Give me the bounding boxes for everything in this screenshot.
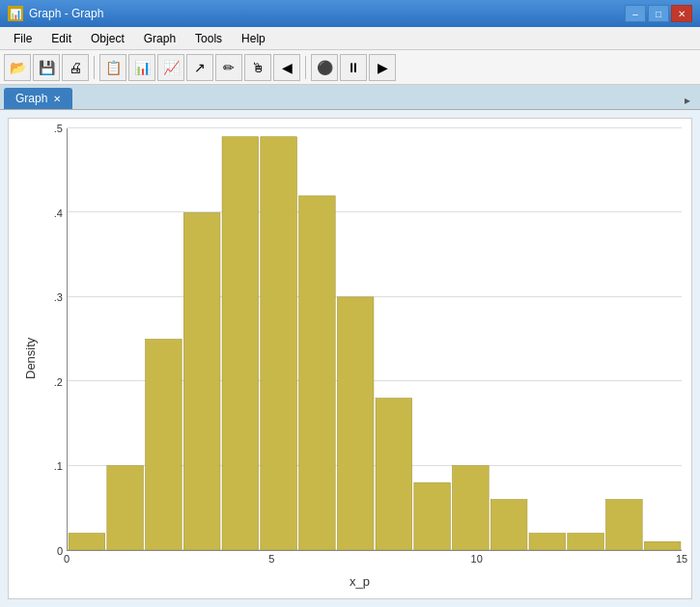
minimize-button[interactable]: –: [625, 5, 646, 22]
x-tick-5: 5: [268, 553, 274, 565]
y-axis-label: Density: [18, 128, 38, 589]
bars-svg: [68, 128, 682, 550]
y-tick-4: .4: [54, 207, 63, 219]
chart-outer: Density 0 .1 .2 .3 .4: [8, 118, 692, 599]
y-tick-2: .2: [54, 376, 63, 388]
menu-help[interactable]: Help: [232, 30, 275, 47]
window-title: Graph - Graph: [29, 7, 625, 20]
toolbar-sep-1: [94, 56, 95, 79]
y-tick-0: 0: [57, 545, 63, 557]
tab-scroll[interactable]: ▸: [679, 92, 696, 109]
y-tick-1: .1: [54, 460, 63, 472]
toolbar-sep-2: [305, 56, 306, 79]
menu-object[interactable]: Object: [81, 30, 134, 47]
svg-rect-6: [299, 196, 336, 550]
x-ticks-container: 0 5 10 15: [67, 553, 682, 570]
x-tick-10: 10: [471, 553, 483, 565]
title-bar: 📊 Graph - Graph – □ ✕: [0, 0, 700, 27]
plot-area: [67, 128, 682, 551]
toolbar-save[interactable]: 💾: [33, 54, 60, 81]
toolbar-record[interactable]: ⚫: [311, 54, 338, 81]
x-axis-label: x_p: [38, 574, 682, 589]
toolbar-open[interactable]: 📂: [4, 54, 31, 81]
toolbar-print[interactable]: 🖨: [62, 54, 89, 81]
y-tick-labels: 0 .1 .2 .3 .4 .5: [38, 128, 67, 551]
toolbar-line[interactable]: 📈: [157, 54, 184, 81]
menu-graph[interactable]: Graph: [134, 30, 185, 47]
y-tick-3: .3: [54, 291, 63, 303]
svg-rect-13: [568, 534, 604, 550]
maximize-button[interactable]: □: [648, 5, 669, 22]
menu-tools[interactable]: Tools: [185, 30, 232, 47]
tab-graph-close[interactable]: ✕: [53, 94, 61, 104]
x-tick-0: 0: [64, 553, 70, 565]
window-controls: – □ ✕: [625, 5, 692, 22]
menu-bar: File Edit Object Graph Tools Help: [0, 27, 700, 50]
svg-rect-11: [490, 500, 527, 550]
toolbar-play[interactable]: ▶: [369, 54, 396, 81]
svg-rect-1: [107, 466, 144, 550]
tab-graph[interactable]: Graph ✕: [4, 88, 72, 109]
svg-rect-12: [529, 534, 566, 550]
tab-bar: Graph ✕ ▸: [0, 85, 700, 110]
chart-container: Density 0 .1 .2 .3 .4: [0, 110, 700, 607]
toolbar-copy[interactable]: 📋: [99, 54, 126, 81]
svg-rect-9: [414, 483, 451, 550]
y-tick-5: .5: [54, 123, 63, 134]
chart-inner: Density 0 .1 .2 .3 .4: [18, 128, 682, 589]
svg-rect-2: [146, 340, 182, 551]
toolbar-tool4[interactable]: ◀: [273, 54, 300, 81]
toolbar: 📂 💾 🖨 📋 📊 📈 ↗ ✏ 🖱 ◀ ⚫ ⏸ ▶: [0, 50, 700, 85]
toolbar-tool2[interactable]: ✏: [215, 54, 242, 81]
svg-rect-5: [261, 137, 297, 550]
chart-with-yaxis: Density 0 .1 .2 .3 .4: [18, 128, 682, 589]
tab-graph-label: Graph: [15, 92, 47, 105]
x-tick-15: 15: [676, 553, 687, 565]
svg-rect-8: [376, 399, 412, 550]
x-tick-row: 0 5 10 15: [67, 553, 682, 570]
toolbar-tool3[interactable]: 🖱: [244, 54, 271, 81]
svg-rect-3: [183, 212, 220, 550]
menu-file[interactable]: File: [4, 30, 42, 47]
svg-rect-10: [453, 466, 490, 550]
svg-rect-4: [222, 137, 259, 550]
svg-rect-15: [644, 541, 681, 550]
svg-rect-0: [69, 534, 105, 550]
svg-rect-7: [337, 297, 374, 550]
menu-edit[interactable]: Edit: [42, 30, 81, 47]
svg-rect-14: [606, 500, 643, 550]
toolbar-pause[interactable]: ⏸: [340, 54, 367, 81]
toolbar-chart[interactable]: 📊: [128, 54, 155, 81]
app-icon: 📊: [8, 6, 23, 21]
toolbar-tool1[interactable]: ↗: [186, 54, 213, 81]
main-content: Density 0 .1 .2 .3 .4: [0, 110, 700, 607]
close-button[interactable]: ✕: [671, 5, 692, 22]
